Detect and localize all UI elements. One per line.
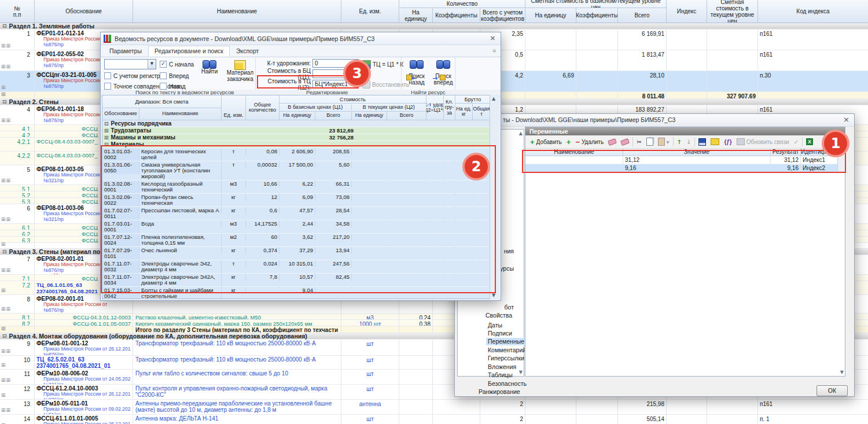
tree-item[interactable]: Свойства [484,312,514,319]
col-name[interactable]: Наименование [133,0,341,23]
checkbox-match-case[interactable]: С учетом регистра [104,72,163,79]
col-justification[interactable]: Обоснование [35,0,133,23]
move-down-button[interactable]: ↓ [684,137,693,147]
col-qty-total[interactable]: Всего с учетом коэффициентов [480,8,525,23]
tree-item[interactable]: Таблицы [486,371,514,379]
formula-button[interactable]: {ƒ} [722,137,734,147]
eraser-button[interactable] [606,137,619,147]
resource-row[interactable]: 01.3.01.03-0002 Керосин для технических … [102,148,499,161]
resource-group-label[interactable]: ⊞Трудозатраты23 812,69 [102,127,499,134]
res-col-total-c1[interactable]: Всего [315,112,352,120]
tree-item[interactable]: Подписи [486,330,514,337]
collapse-ribbon-icon[interactable]: ⌂ [492,47,496,53]
res-col-total-c2[interactable]: Всего [387,112,426,120]
tree-scroll-up-icon[interactable]: ▲ [519,131,523,136]
table-row[interactable]: ⊟Раздел 1. Земляные работы [0,23,868,30]
res-col-cargo-class[interactable]: Кл. гру- за [444,95,455,120]
tab-edit-search[interactable]: Редактирование и поиск [148,46,230,57]
resource-row[interactable]: ⊟Материалы [102,141,499,148]
tree-item[interactable]: Гиперссылки [486,355,526,362]
tab-parameters[interactable]: Параметры [103,46,148,57]
copy-button[interactable] [644,137,656,147]
col-index[interactable]: Индекс [667,0,707,23]
resource-row[interactable]: 01.7.02.07-0011 Прессшпан листовой, марк… [102,207,499,220]
resource-row[interactable]: ⊞Машины и механизмы32 756,28 [102,134,499,141]
col-unit[interactable]: Ед. изм. [341,0,399,23]
res-col-justification[interactable]: Обоснование [102,108,139,120]
col-cost-per-unit[interactable]: На единицу [525,8,576,23]
tree-item[interactable]: ния [502,248,516,255]
resource-row[interactable]: ⊟Ресурсы подрядчика [102,120,499,127]
resource-row[interactable]: 01.7.07.12-0024 Пленка полиэтиленовая, т… [102,234,499,247]
restore-button[interactable]: Восстановить [362,80,409,89]
close-icon[interactable]: × [843,115,849,124]
resources-scrollbar[interactable]: ▲ ▼ [490,95,499,299]
eraser-alt-button[interactable] [619,137,631,147]
variable-row[interactable]: 9,16 9,16 Индекс2 [525,164,845,172]
checkbox-forward[interactable]: Вперед [160,72,189,79]
res-col-name[interactable]: Наименование [139,108,222,120]
resource-row[interactable]: 01.7.11.07-0032 Электроды сварочные Э42,… [102,260,499,274]
find-button[interactable]: Найти [197,58,222,89]
tree-item[interactable]: бот [503,304,516,311]
tree-item[interactable]: Переменные [486,338,526,345]
tree-scroll-down-icon[interactable]: ▼ [519,370,523,375]
res-col-coef[interactable]: К-т удор. Ц2=Ц1*К [426,95,444,120]
col-num[interactable]: №п.п [0,0,35,23]
res-col-gross-total[interactable]: Общая т [473,104,490,120]
apply-button[interactable]: ✓ [792,137,801,147]
resource-row[interactable]: 01.7.11.07-0034 Электроды сварочные Э42А… [102,274,499,287]
col-cost-total[interactable]: Всего [618,8,667,23]
scroll-up-icon[interactable]: ▲ [492,96,495,101]
move-up-button[interactable]: ↑ [675,137,684,147]
range-label[interactable]: Диапазон: Вся смета [102,95,222,108]
table-row[interactable]: ⊟ ⊞14 ФССЦ-61.1.01.01-0005 Приказ Минстр… [0,415,868,424]
resources-dialog-titlebar[interactable]: Ведомость ресурсов в документе - Downloa… [101,32,501,45]
properties-dialog-titlebar[interactable]: ты - Download\XML GGE\наши примеры\Приме… [455,114,854,127]
resource-group-label[interactable]: ⊞Машины и механизмы32 756,28 [102,134,499,141]
scroll-down-icon[interactable]: ▼ [492,293,495,298]
chevron-down-icon[interactable]: ▼ [148,60,156,69]
resource-row[interactable]: 01.7.15.03-0042 Болты с гайками и шайбам… [102,287,499,299]
col-qty-per-unit[interactable]: На единицу [399,8,433,23]
var-col-name[interactable]: Наименование [525,149,623,156]
panel-scroll-down-icon[interactable]: ▼ [840,370,844,375]
section-header[interactable]: ⊟Раздел 1. Земляные работы [0,23,868,29]
res-col-total-qty[interactable]: Общее количество [246,95,279,120]
resource-row[interactable]: 01.7.07.29-0101 Очес льняной кг 0,374 37… [102,247,499,260]
variable-row[interactable]: 31,12 31,12 Индекс1 [525,156,845,164]
res-col-unit[interactable]: Ед. изм. [222,95,246,120]
res-col-per-unit-c2[interactable]: На единицу [352,112,387,120]
var-col-result[interactable]: Результат [771,149,801,156]
resource-row[interactable]: 01.3.02.09-0022 Пропан-бутан смесь техни… [102,194,499,207]
cut-button[interactable]: ✂ [634,137,643,147]
resource-row[interactable]: 01.7.03.01-0001 Вода м3 14,17525 2,44 34… [102,220,499,234]
res-col-base-prices[interactable]: В базисных ценах (Ц1) [279,105,352,110]
customer-material-button[interactable]: Материал заказчика [223,58,257,89]
tree-item[interactable]: Ранжирование [477,388,522,396]
col-qty-coef[interactable]: Коэффициенты [433,8,480,23]
tree-item[interactable]: Комментарий [486,346,528,354]
open-button[interactable] [708,137,722,147]
search-back-button[interactable]: ←Поиск назад [404,58,429,89]
delete-variable-button[interactable]: −Удалить [573,137,606,147]
tree-item[interactable]: Безопасность [486,380,528,388]
search-text-combobox[interactable]: ▼ [104,59,156,69]
resource-row[interactable]: 01.3.01.06-0050 Смазка универсальная туг… [102,161,499,180]
tree-item[interactable]: Вложения [486,363,518,371]
paste-button[interactable]: ▾ [656,137,672,147]
checkbox-from-start[interactable]: ✓С начала [160,61,194,68]
var-col-value[interactable]: Значение [623,149,771,156]
add-variable-button[interactable]: +Добавить [528,137,564,147]
res-col-current-prices[interactable]: В текущих ценах (Ц2) [352,105,426,110]
col-cost-coef[interactable]: Коэффициенты [576,8,618,23]
res-col-per-unit-c1[interactable]: На единицу [279,112,315,120]
resource-row[interactable]: 01.3.02.08-0001 Кислород газообразный те… [102,180,499,194]
search-forward-button[interactable]: →Поиск вперед [431,58,456,89]
resource-group-label[interactable]: ⊟Материалы [102,141,499,148]
add-child-variable-button[interactable]: + [564,137,573,147]
ok-button[interactable]: ОК [816,385,848,396]
close-icon[interactable]: × [490,34,496,42]
col-current-cost[interactable]: Сметная стоимость в текущем уровне цен [707,0,758,23]
res-col-gross-unit[interactable]: На ед. кг [455,104,473,120]
